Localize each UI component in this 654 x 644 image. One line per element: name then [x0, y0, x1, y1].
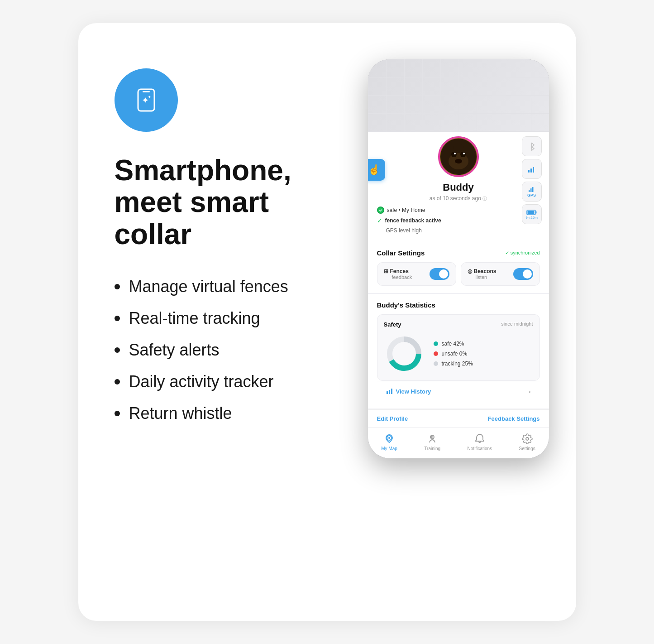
since-midnight-text: since midnight — [501, 321, 533, 328]
dog-name: Buddy — [443, 182, 473, 193]
tab-training-label: Training — [424, 446, 440, 451]
unsafe-legend-text: unsafe 0% — [442, 351, 468, 357]
history-bar-icon — [386, 388, 393, 395]
notifications-bell-icon — [474, 433, 485, 444]
check-icon: ✓ — [377, 217, 382, 224]
features-list: Manage virtual fences Real-time tracking… — [115, 277, 341, 423]
feature-item-1: Manage virtual fences — [115, 277, 341, 296]
phone-mockup: › ☝ — [368, 59, 549, 458]
tab-notifications-label: Notifications — [468, 446, 492, 451]
view-history-label: View History — [396, 388, 431, 395]
svg-rect-17 — [530, 188, 532, 192]
bottom-links-row: Edit Profile Feedback Settings — [368, 409, 549, 428]
donut-chart-row: safe 42% unsafe 0% tracking 25% — [384, 333, 533, 374]
beacons-toggle[interactable] — [513, 268, 533, 280]
gps-bars-icon — [528, 186, 535, 193]
right-section: › ☝ — [359, 59, 549, 458]
hand-pointer-button[interactable]: ☝ — [368, 159, 385, 181]
bullet-icon — [115, 316, 120, 321]
legend-tracking: tracking 25% — [434, 360, 473, 367]
settings-toggles-row: ⊞ Fences feedback ◎ Beaco — [377, 262, 540, 286]
svg-point-31 — [431, 436, 433, 438]
edit-profile-link[interactable]: Edit Profile — [377, 415, 408, 422]
safe-dot — [434, 341, 438, 346]
timestamp-text: as of 10 seconds ago ⓘ — [430, 195, 487, 202]
gps-status-text: GPS level high — [377, 227, 422, 234]
tab-notifications[interactable]: Notifications — [468, 433, 492, 451]
svg-rect-27 — [391, 389, 392, 394]
legend-safe: safe 42% — [434, 341, 473, 347]
fences-toggle[interactable] — [430, 268, 449, 280]
tab-settings[interactable]: Settings — [519, 433, 535, 451]
svg-rect-16 — [529, 190, 530, 192]
fences-setting-card: ⊞ Fences feedback — [377, 262, 456, 286]
bullet-icon — [115, 379, 120, 384]
fences-sub-text: feedback — [384, 274, 412, 280]
feature-item-5: Return whistle — [115, 404, 341, 423]
dog-face-image — [440, 139, 477, 175]
safe-legend-text: safe 42% — [442, 341, 464, 347]
feature-label-4: Daily activity tracker — [129, 372, 274, 391]
svg-point-8 — [455, 159, 462, 163]
gps-icon-box: GPS — [522, 182, 542, 202]
svg-point-32 — [526, 437, 529, 440]
svg-point-9 — [453, 144, 464, 151]
info-icon: ⓘ — [482, 196, 487, 201]
bullet-icon — [115, 347, 120, 353]
phone-sparkle-icon — [133, 87, 160, 114]
donut-chart — [384, 333, 425, 374]
statistics-section: Buddy's Statistics Safety since midnight — [368, 294, 549, 409]
safety-stats-card: Safety since midnight — [377, 314, 540, 381]
svg-point-4 — [451, 152, 457, 157]
main-card: Smartphone, meet smart collar Manage vir… — [78, 23, 576, 621]
feedback-settings-link[interactable]: Feedback Settings — [488, 415, 540, 422]
stats-section-header: Buddy's Statistics — [377, 301, 540, 309]
collar-settings-title: Collar Settings — [377, 249, 425, 257]
map-area: › — [368, 59, 549, 132]
bluetooth-icon — [527, 142, 536, 151]
device-icons-column: GPS 9h 25m — [522, 136, 542, 224]
status-info: safe • My Home ✓ fence feedback active G… — [377, 207, 540, 235]
fence-status-text: fence feedback active — [385, 217, 441, 224]
tracking-dot — [434, 361, 438, 366]
bullet-icon — [115, 411, 120, 416]
beacons-setting-info: ◎ Beacons listen — [468, 268, 496, 280]
beacons-sub-text: listen — [468, 274, 496, 280]
svg-point-6 — [454, 153, 456, 154]
svg-rect-21 — [535, 211, 536, 213]
unsafe-dot — [434, 351, 438, 356]
feature-label-1: Manage virtual fences — [129, 277, 288, 296]
battery-icon-box: 9h 25m — [522, 204, 542, 224]
tab-my-map[interactable]: My Map — [381, 433, 397, 451]
fences-setting-info: ⊞ Fences feedback — [384, 268, 412, 280]
tab-bar: My Map Training — [368, 428, 549, 458]
phone-screen: › ☝ — [368, 59, 549, 458]
svg-rect-20 — [527, 211, 534, 214]
svg-rect-25 — [387, 391, 388, 394]
profile-area: Buddy as of 10 seconds ago ⓘ — [368, 132, 549, 242]
svg-rect-14 — [530, 168, 532, 173]
svg-rect-1 — [143, 91, 150, 92]
feature-item-2: Real-time tracking — [115, 309, 341, 328]
map-background — [368, 59, 549, 132]
dog-image-svg — [440, 139, 477, 175]
app-icon-circle — [115, 68, 178, 132]
left-section: Smartphone, meet smart collar Manage vir… — [115, 59, 359, 436]
main-headline: Smartphone, meet smart collar — [115, 154, 341, 250]
tab-my-map-label: My Map — [381, 446, 397, 451]
signal-bars-icon — [527, 164, 536, 173]
beacons-label-text: Beacons — [474, 268, 496, 274]
donut-legend: safe 42% unsafe 0% tracking 25% — [434, 341, 473, 367]
settings-gear-icon — [522, 433, 533, 444]
profile-main: Buddy as of 10 seconds ago ⓘ — [377, 136, 540, 235]
safety-card-header: Safety since midnight — [384, 321, 533, 328]
safe-dot-icon — [377, 207, 384, 214]
my-map-icon — [384, 433, 395, 444]
feature-label-2: Real-time tracking — [129, 309, 260, 328]
battery-icon — [526, 209, 537, 216]
legend-unsafe: unsafe 0% — [434, 351, 473, 357]
tab-training[interactable]: Training — [424, 433, 440, 451]
view-history-row[interactable]: View History › — [377, 381, 540, 401]
battery-time-text: 9h 25m — [525, 216, 538, 220]
tracking-legend-text: tracking 25% — [442, 360, 473, 367]
